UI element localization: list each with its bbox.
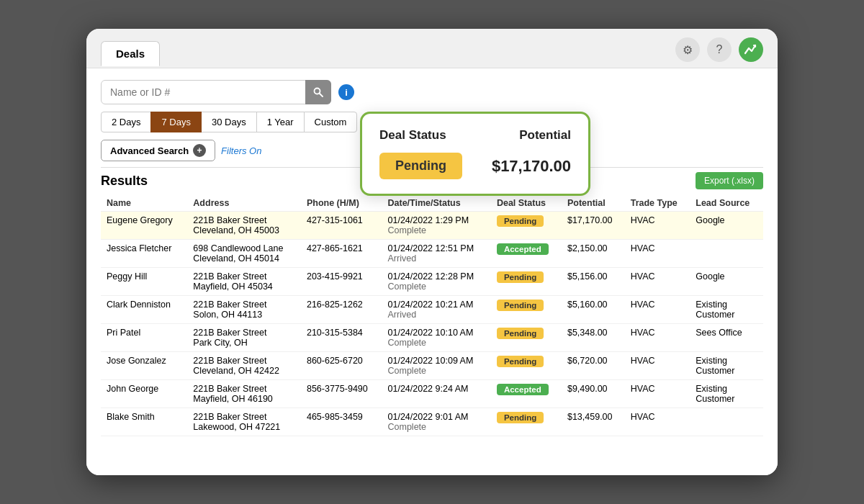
settings-icon[interactable]: ⚙ — [675, 37, 700, 62]
cell-leadsource: Sees Office — [690, 324, 763, 352]
table-row[interactable]: Pri Patel 221B Baker StreetPark City, OH… — [101, 324, 763, 352]
advanced-search-button[interactable]: Advanced Search + — [101, 140, 215, 161]
search-row: i — [101, 80, 763, 104]
cell-tradetype: HVAC — [625, 380, 690, 408]
search-input-wrap — [101, 80, 331, 104]
table-row[interactable]: Jessica Fletcher 698 Candlewood LaneClev… — [101, 240, 763, 268]
results-title: Results — [101, 174, 148, 189]
cell-leadsource: ExistingCustomer — [690, 352, 763, 380]
top-icons: ⚙ ? — [675, 37, 763, 68]
tooltip-body: Pending $17,170.00 — [379, 153, 571, 179]
cell-tradetype: HVAC — [625, 240, 690, 268]
advanced-search-label: Advanced Search — [110, 145, 189, 156]
date-1year[interactable]: 1 Year — [256, 112, 305, 132]
cell-name: Peggy Hill — [101, 268, 187, 296]
deals-tab[interactable]: Deals — [101, 41, 160, 66]
cell-leadsource: ExistingCustomer — [690, 296, 763, 324]
cell-name: Eugene Gregory — [101, 212, 187, 240]
date-7days[interactable]: 7 Days — [150, 112, 201, 132]
cell-tradetype: HVAC — [625, 352, 690, 380]
cell-phone: 210-315-5384 — [301, 324, 382, 352]
cell-name: Pri Patel — [101, 324, 187, 352]
help-icon[interactable]: ? — [707, 37, 732, 62]
cell-address: 221B Baker StreetCleveland, OH 45003 — [187, 212, 301, 240]
cell-name: Jessica Fletcher — [101, 240, 187, 268]
cell-dealstatus: Pending — [491, 268, 562, 296]
cell-address: 221B Baker StreetLakewood, OH 47221 — [187, 408, 301, 436]
tooltip-header: Deal Status Potential — [379, 128, 571, 143]
status-badge: Pending — [497, 356, 544, 367]
cell-address: 221B Baker StreetPark City, OH — [187, 324, 301, 352]
tooltip-dealstatus-label: Deal Status — [379, 128, 446, 143]
table-row[interactable]: Jose Gonzalez 221B Baker StreetCleveland… — [101, 352, 763, 380]
cell-potential: $6,720.00 — [562, 352, 625, 380]
cell-dealstatus: Pending — [491, 212, 562, 240]
cell-name: John George — [101, 380, 187, 408]
export-button[interactable]: Export (.xlsx) — [696, 172, 763, 189]
cell-dealstatus: Pending — [491, 296, 562, 324]
cell-datetime: 01/24/2022 12:51 PMArrived — [382, 240, 491, 268]
cell-datetime: 01/24/2022 10:10 AMComplete — [382, 324, 491, 352]
cell-potential: $5,156.00 — [562, 268, 625, 296]
status-badge: Pending — [497, 412, 544, 423]
add-filter-icon: + — [193, 144, 206, 157]
status-badge: Accepted — [497, 243, 549, 255]
col-address: Address — [187, 195, 301, 212]
svg-line-1 — [320, 94, 323, 97]
tooltip-card: Deal Status Potential Pending $17,170.00 — [360, 112, 590, 196]
table-body: Eugene Gregory 221B Baker StreetClevelan… — [101, 212, 763, 436]
cell-name: Clark Denniston — [101, 296, 187, 324]
col-name: Name — [101, 195, 187, 212]
table-row[interactable]: John George 221B Baker StreetMayfield, O… — [101, 380, 763, 408]
cell-address: 221B Baker StreetSolon, OH 44113 — [187, 296, 301, 324]
cell-name: Blake Smith — [101, 408, 187, 436]
cell-leadsource — [690, 408, 763, 436]
cell-dealstatus: Accepted — [491, 380, 562, 408]
cell-dealstatus: Pending — [491, 324, 562, 352]
cell-dealstatus: Accepted — [491, 240, 562, 268]
status-badge: Pending — [497, 328, 544, 339]
date-custom[interactable]: Custom — [304, 112, 358, 132]
cell-dealstatus: Pending — [491, 408, 562, 436]
col-tradetype: Trade Type — [625, 195, 690, 212]
cell-tradetype: HVAC — [625, 296, 690, 324]
cell-potential: $5,160.00 — [562, 296, 625, 324]
info-icon[interactable]: i — [338, 84, 354, 100]
search-button[interactable] — [305, 80, 331, 104]
tooltip-potential-value: $17,170.00 — [492, 157, 571, 176]
chart-svg — [744, 42, 758, 57]
top-bar: Deals ⚙ ? — [86, 29, 778, 68]
table-row[interactable]: Peggy Hill 221B Baker StreetMayfield, OH… — [101, 268, 763, 296]
col-phone: Phone (H/M) — [301, 195, 382, 212]
cell-leadsource: Google — [690, 212, 763, 240]
cell-potential: $17,170.00 — [562, 212, 625, 240]
status-badge: Accepted — [497, 384, 549, 395]
col-leadsource: Lead Source — [690, 195, 763, 212]
cell-datetime: 01/24/2022 10:09 AMComplete — [382, 352, 491, 380]
cell-leadsource: ExistingCustomer — [690, 380, 763, 408]
col-datetime: Date/Time/Status — [382, 195, 491, 212]
date-30days[interactable]: 30 Days — [201, 112, 257, 132]
date-2days[interactable]: 2 Days — [101, 112, 151, 132]
chart-icon[interactable] — [739, 37, 763, 62]
table-row[interactable]: Clark Denniston 221B Baker StreetSolon, … — [101, 296, 763, 324]
main-window: Deals ⚙ ? — [86, 29, 778, 475]
cell-phone: 465-985-3459 — [301, 408, 382, 436]
cell-address: 221B Baker StreetMayfield, OH 46190 — [187, 380, 301, 408]
col-potential: Potential — [562, 195, 625, 212]
table-row[interactable]: Blake Smith 221B Baker StreetLakewood, O… — [101, 408, 763, 436]
cell-leadsource — [690, 240, 763, 268]
cell-potential: $5,348.00 — [562, 324, 625, 352]
cell-phone: 203-415-9921 — [301, 268, 382, 296]
cell-tradetype: HVAC — [625, 408, 690, 436]
table-row[interactable]: Eugene Gregory 221B Baker StreetClevelan… — [101, 212, 763, 240]
cell-datetime: 01/24/2022 10:21 AMArrived — [382, 296, 491, 324]
results-table: Name Address Phone (H/M) Date/Time/Statu… — [101, 195, 763, 436]
cell-dealstatus: Pending — [491, 352, 562, 380]
search-input[interactable] — [101, 80, 331, 104]
table-header: Name Address Phone (H/M) Date/Time/Statu… — [101, 195, 763, 212]
cell-address: 221B Baker StreetCleveland, OH 42422 — [187, 352, 301, 380]
cell-tradetype: HVAC — [625, 268, 690, 296]
cell-phone: 860-625-6720 — [301, 352, 382, 380]
tooltip-potential-label: Potential — [519, 128, 571, 143]
